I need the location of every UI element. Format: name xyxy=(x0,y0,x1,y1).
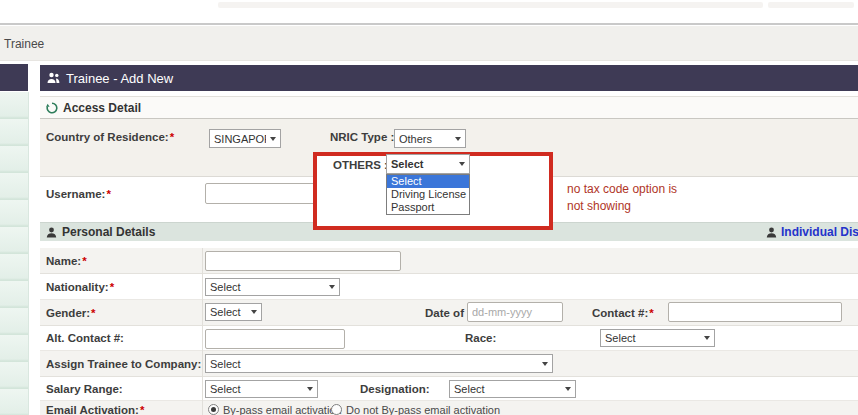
page-title-bar: Trainee - Add New xyxy=(40,65,858,91)
name-label: Name:* xyxy=(46,255,87,268)
section-title: Personal Details xyxy=(62,225,155,239)
caret-down-icon xyxy=(329,285,335,289)
page: Trainee Trainee - Add New Access Detail … xyxy=(0,0,858,415)
faded-toolbar-remnant xyxy=(218,2,763,8)
contact-input[interactable] xyxy=(668,302,842,322)
alt-contact-row xyxy=(40,326,858,351)
refresh-icon xyxy=(46,102,58,114)
designation-label: Designation: xyxy=(360,383,430,396)
page-title: Trainee - Add New xyxy=(66,71,173,86)
alt-contact-input[interactable] xyxy=(205,329,345,349)
bypass-email-radio-label: By-pass email activation xyxy=(223,404,342,415)
required-marker: * xyxy=(91,307,95,319)
annotation-text: no tax code option is not showing xyxy=(567,181,677,215)
others-dropdown-list: Select Driving License Passport xyxy=(386,174,470,215)
person-icon xyxy=(46,227,57,238)
race-select[interactable]: Select xyxy=(600,329,715,347)
required-marker: * xyxy=(106,188,110,200)
caret-down-icon xyxy=(251,310,257,314)
bypass-email-radio[interactable] xyxy=(208,404,219,415)
country-select[interactable]: SINGAPORE xyxy=(209,129,281,148)
caret-down-icon xyxy=(307,387,313,391)
email-activation-label: Email Activation:* xyxy=(46,404,144,415)
individual-discount-link[interactable]: Individual Discount xyxy=(766,225,858,239)
person-icon xyxy=(766,227,777,238)
people-icon xyxy=(47,72,60,84)
required-marker: * xyxy=(170,131,174,143)
caret-down-icon xyxy=(542,362,548,366)
dropdown-option-passport[interactable]: Passport xyxy=(387,201,469,214)
top-divider xyxy=(0,23,858,25)
required-marker: * xyxy=(110,281,114,293)
dropdown-option-select[interactable]: Select xyxy=(387,175,469,188)
race-label: Race: xyxy=(465,332,496,345)
assign-company-label: Assign Trainee to Company: xyxy=(46,358,201,371)
salary-range-select[interactable]: Select xyxy=(205,380,318,398)
required-marker: * xyxy=(649,307,653,319)
nationality-label: Nationality:* xyxy=(46,281,114,294)
section-title: Access Detail xyxy=(63,101,141,115)
no-bypass-email-radio-label: Do not By-pass email activation xyxy=(346,404,500,415)
sidebar-menu[interactable] xyxy=(0,92,29,415)
others-select[interactable]: Select xyxy=(386,154,470,174)
no-bypass-email-radio[interactable] xyxy=(331,404,342,415)
nric-type-label: NRIC Type :* xyxy=(330,131,402,144)
assign-company-select[interactable]: Select xyxy=(205,354,553,373)
nationality-select[interactable]: Select xyxy=(205,278,340,296)
breadcrumb[interactable]: Trainee xyxy=(4,37,44,51)
label-column-divider xyxy=(202,248,203,415)
alt-contact-label: Alt. Contact #: xyxy=(46,332,124,345)
others-label: OTHERS :* xyxy=(333,159,393,172)
caret-down-icon xyxy=(270,137,276,141)
caret-down-icon xyxy=(459,162,465,166)
contact-label: Contact #:* xyxy=(592,307,654,320)
sidebar-collapsed-header xyxy=(0,64,28,91)
country-of-residence-label: Country of Residence:* xyxy=(46,131,174,144)
nric-type-select[interactable]: Others xyxy=(394,129,466,148)
caret-down-icon xyxy=(704,336,710,340)
required-marker: * xyxy=(82,255,86,267)
caret-down-icon xyxy=(565,387,571,391)
name-row xyxy=(40,248,858,274)
name-input[interactable] xyxy=(205,251,401,271)
designation-select[interactable]: Select xyxy=(449,380,576,398)
required-marker: * xyxy=(140,404,144,415)
faded-toolbar-remnant xyxy=(768,2,854,8)
caret-down-icon xyxy=(455,137,461,141)
nationality-row xyxy=(40,274,858,300)
gender-label: Gender:* xyxy=(46,307,96,320)
dropdown-option-driving-license[interactable]: Driving License xyxy=(387,188,469,201)
date-of-birth-input[interactable] xyxy=(467,302,563,322)
gender-select[interactable]: Select xyxy=(205,303,262,321)
username-label: Username:* xyxy=(46,188,111,201)
breadcrumb-bar: Trainee xyxy=(0,26,858,61)
section-access-detail: Access Detail xyxy=(40,96,858,119)
salary-range-label: Salary Range: xyxy=(46,383,123,396)
